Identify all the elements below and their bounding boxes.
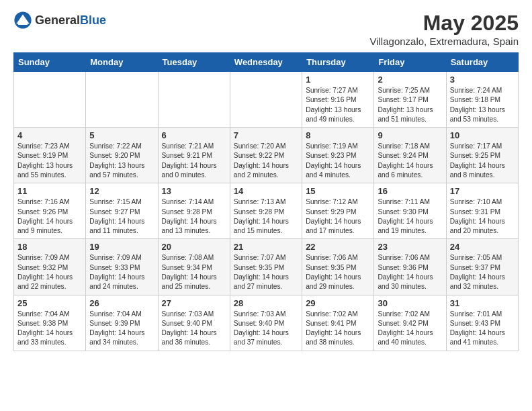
calendar-header-row: SundayMondayTuesdayWednesdayThursdayFrid… — [14, 53, 519, 72]
calendar-cell: 24Sunrise: 7:05 AM Sunset: 9:37 PM Dayli… — [446, 239, 518, 295]
day-info: Sunrise: 7:19 AM Sunset: 9:23 PM Dayligh… — [306, 142, 370, 180]
day-info: Sunrise: 7:27 AM Sunset: 9:16 PM Dayligh… — [306, 86, 370, 124]
calendar-cell: 14Sunrise: 7:13 AM Sunset: 9:28 PM Dayli… — [230, 183, 302, 239]
day-number: 25 — [17, 298, 82, 308]
day-number: 19 — [89, 242, 154, 252]
day-info: Sunrise: 7:08 AM Sunset: 9:34 PM Dayligh… — [162, 253, 226, 291]
day-number: 4 — [17, 130, 82, 140]
day-number: 6 — [162, 130, 226, 140]
calendar-cell: 18Sunrise: 7:09 AM Sunset: 9:32 PM Dayli… — [14, 239, 86, 295]
day-number: 22 — [306, 242, 370, 252]
calendar-cell: 22Sunrise: 7:06 AM Sunset: 9:35 PM Dayli… — [302, 239, 374, 295]
day-info: Sunrise: 7:02 AM Sunset: 9:41 PM Dayligh… — [306, 310, 370, 348]
calendar-cell: 19Sunrise: 7:09 AM Sunset: 9:33 PM Dayli… — [86, 239, 158, 295]
day-number: 17 — [450, 186, 515, 196]
day-number: 14 — [234, 186, 298, 196]
calendar-cell: 17Sunrise: 7:10 AM Sunset: 9:31 PM Dayli… — [446, 183, 518, 239]
day-number: 31 — [450, 298, 515, 308]
day-info: Sunrise: 7:14 AM Sunset: 9:28 PM Dayligh… — [162, 197, 226, 236]
calendar-week-row: 4Sunrise: 7:23 AM Sunset: 9:19 PM Daylig… — [14, 128, 519, 183]
day-info: Sunrise: 7:04 AM Sunset: 9:39 PM Dayligh… — [89, 310, 154, 348]
calendar-cell: 21Sunrise: 7:07 AM Sunset: 9:35 PM Dayli… — [230, 239, 302, 295]
day-info: Sunrise: 7:02 AM Sunset: 9:42 PM Dayligh… — [378, 310, 442, 348]
day-number: 11 — [17, 186, 82, 196]
calendar-week-row: 1Sunrise: 7:27 AM Sunset: 9:16 PM Daylig… — [14, 72, 519, 128]
calendar-cell: 6Sunrise: 7:21 AM Sunset: 9:21 PM Daylig… — [158, 128, 230, 183]
calendar-cell: 2Sunrise: 7:25 AM Sunset: 9:17 PM Daylig… — [374, 72, 446, 128]
day-number: 7 — [234, 130, 298, 140]
day-info: Sunrise: 7:11 AM Sunset: 9:30 PM Dayligh… — [378, 197, 442, 236]
calendar-cell — [14, 72, 86, 128]
calendar-cell — [158, 72, 230, 128]
day-number: 29 — [306, 298, 370, 308]
calendar-cell: 27Sunrise: 7:03 AM Sunset: 9:40 PM Dayli… — [158, 295, 230, 351]
day-number: 23 — [378, 242, 442, 252]
calendar-cell: 29Sunrise: 7:02 AM Sunset: 9:41 PM Dayli… — [302, 295, 374, 351]
day-header-monday: Monday — [86, 53, 158, 72]
day-number: 21 — [234, 242, 298, 252]
calendar-cell: 23Sunrise: 7:06 AM Sunset: 9:36 PM Dayli… — [374, 239, 446, 295]
calendar-cell: 26Sunrise: 7:04 AM Sunset: 9:39 PM Dayli… — [86, 295, 158, 351]
day-number: 27 — [162, 298, 226, 308]
day-info: Sunrise: 7:06 AM Sunset: 9:35 PM Dayligh… — [306, 253, 370, 291]
calendar-cell — [86, 72, 158, 128]
day-info: Sunrise: 7:09 AM Sunset: 9:33 PM Dayligh… — [89, 253, 154, 291]
calendar-cell: 12Sunrise: 7:15 AM Sunset: 9:27 PM Dayli… — [86, 183, 158, 239]
day-header-wednesday: Wednesday — [230, 53, 302, 72]
logo: GeneralBlue — [13, 11, 106, 30]
calendar-week-row: 11Sunrise: 7:16 AM Sunset: 9:26 PM Dayli… — [14, 183, 519, 239]
day-number: 15 — [306, 186, 370, 196]
calendar-cell: 31Sunrise: 7:01 AM Sunset: 9:43 PM Dayli… — [446, 295, 518, 351]
day-info: Sunrise: 7:15 AM Sunset: 9:27 PM Dayligh… — [89, 197, 154, 236]
page: GeneralBlue May 2025 Villagonzalo, Extre… — [0, 0, 532, 359]
calendar-cell: 7Sunrise: 7:20 AM Sunset: 9:22 PM Daylig… — [230, 128, 302, 183]
day-info: Sunrise: 7:06 AM Sunset: 9:36 PM Dayligh… — [378, 253, 442, 291]
calendar-cell: 11Sunrise: 7:16 AM Sunset: 9:26 PM Dayli… — [14, 183, 86, 239]
svg-rect-2 — [18, 23, 28, 26]
day-number: 1 — [306, 75, 370, 85]
day-header-saturday: Saturday — [446, 53, 518, 72]
calendar-cell: 16Sunrise: 7:11 AM Sunset: 9:30 PM Dayli… — [374, 183, 446, 239]
calendar-cell: 3Sunrise: 7:24 AM Sunset: 9:18 PM Daylig… — [446, 72, 518, 128]
subtitle: Villagonzalo, Extremadura, Spain — [369, 36, 519, 47]
day-info: Sunrise: 7:23 AM Sunset: 9:19 PM Dayligh… — [17, 142, 82, 180]
day-header-friday: Friday — [374, 53, 446, 72]
day-number: 9 — [378, 130, 442, 140]
day-info: Sunrise: 7:16 AM Sunset: 9:26 PM Dayligh… — [17, 197, 82, 236]
day-info: Sunrise: 7:18 AM Sunset: 9:24 PM Dayligh… — [378, 142, 442, 180]
title-block: May 2025 Villagonzalo, Extremadura, Spai… — [369, 11, 519, 47]
day-number: 28 — [234, 298, 298, 308]
calendar-cell: 4Sunrise: 7:23 AM Sunset: 9:19 PM Daylig… — [14, 128, 86, 183]
day-header-tuesday: Tuesday — [158, 53, 230, 72]
calendar-cell: 8Sunrise: 7:19 AM Sunset: 9:23 PM Daylig… — [302, 128, 374, 183]
calendar-cell: 15Sunrise: 7:12 AM Sunset: 9:29 PM Dayli… — [302, 183, 374, 239]
calendar-week-row: 25Sunrise: 7:04 AM Sunset: 9:38 PM Dayli… — [14, 295, 519, 351]
day-number: 26 — [89, 298, 154, 308]
day-number: 12 — [89, 186, 154, 196]
calendar-table: SundayMondayTuesdayWednesdayThursdayFrid… — [13, 52, 519, 351]
logo-text: GeneralBlue — [35, 13, 106, 28]
day-number: 2 — [378, 75, 442, 85]
day-number: 20 — [162, 242, 226, 252]
day-number: 24 — [450, 242, 515, 252]
day-number: 5 — [89, 130, 154, 140]
day-info: Sunrise: 7:04 AM Sunset: 9:38 PM Dayligh… — [17, 310, 82, 348]
day-number: 18 — [17, 242, 82, 252]
logo-icon — [13, 11, 32, 30]
day-info: Sunrise: 7:10 AM Sunset: 9:31 PM Dayligh… — [450, 197, 515, 236]
day-number: 16 — [378, 186, 442, 196]
calendar-cell: 25Sunrise: 7:04 AM Sunset: 9:38 PM Dayli… — [14, 295, 86, 351]
day-info: Sunrise: 7:01 AM Sunset: 9:43 PM Dayligh… — [450, 310, 515, 348]
day-info: Sunrise: 7:17 AM Sunset: 9:25 PM Dayligh… — [450, 142, 515, 180]
day-info: Sunrise: 7:05 AM Sunset: 9:37 PM Dayligh… — [450, 253, 515, 291]
day-info: Sunrise: 7:25 AM Sunset: 9:17 PM Dayligh… — [378, 86, 442, 124]
day-number: 10 — [450, 130, 515, 140]
calendar-cell: 20Sunrise: 7:08 AM Sunset: 9:34 PM Dayli… — [158, 239, 230, 295]
day-number: 8 — [306, 130, 370, 140]
header: GeneralBlue May 2025 Villagonzalo, Extre… — [13, 11, 519, 47]
day-info: Sunrise: 7:22 AM Sunset: 9:20 PM Dayligh… — [89, 142, 154, 180]
day-number: 13 — [162, 186, 226, 196]
day-info: Sunrise: 7:03 AM Sunset: 9:40 PM Dayligh… — [162, 310, 226, 348]
day-info: Sunrise: 7:12 AM Sunset: 9:29 PM Dayligh… — [306, 197, 370, 236]
calendar-cell: 30Sunrise: 7:02 AM Sunset: 9:42 PM Dayli… — [374, 295, 446, 351]
